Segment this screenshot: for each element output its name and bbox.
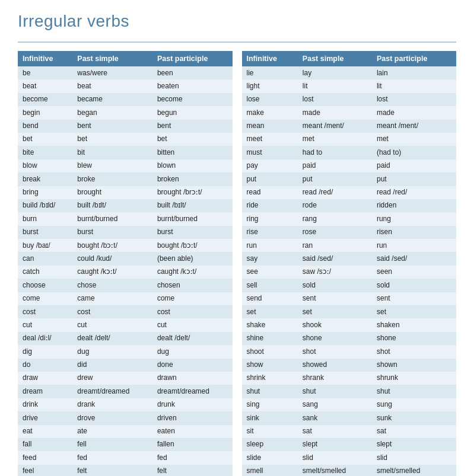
table-cell: come	[152, 292, 233, 305]
table-cell: sink	[242, 411, 298, 424]
table-cell: driven	[152, 411, 233, 424]
table-cell: met	[298, 133, 372, 146]
table-cell: dug	[152, 345, 233, 358]
table-row: rideroderidden	[242, 199, 457, 212]
table-cell: drawn	[152, 372, 233, 385]
table-cell: sold	[298, 279, 372, 292]
table-cell: put	[372, 172, 456, 186]
table-cell: shown	[372, 359, 456, 372]
table-cell: shut	[242, 385, 298, 398]
table-cell: was/were	[72, 66, 152, 79]
table-cell: bent	[152, 120, 233, 133]
table-row: lightlitlit	[242, 79, 457, 92]
table-cell: broken	[152, 172, 233, 186]
table-cell: sit	[242, 425, 298, 438]
table-cell: lose	[242, 93, 298, 106]
table-row: beginbeganbegun	[18, 106, 233, 119]
table-cell: sent	[298, 292, 372, 305]
table-row: comecamecome	[18, 292, 233, 305]
table-cell: choose	[18, 279, 72, 292]
table-row: smellsmelt/smelledsmelt/smelled	[242, 465, 457, 476]
table-row: singsangsung	[242, 398, 457, 411]
table-cell: said /sed/	[298, 252, 372, 265]
table-cell: bet	[18, 133, 72, 146]
table-cell: cost	[18, 305, 72, 318]
table-row: seesaw /sɔː/seen	[242, 266, 457, 279]
table-cell: set	[242, 305, 298, 318]
table-row: shakeshookshaken	[242, 318, 457, 331]
table-row: fallfellfallen	[18, 438, 233, 451]
table-row: readread /red/read /red/	[242, 186, 457, 199]
page-title: Irregular verbs	[18, 12, 456, 31]
table-cell: shoot	[242, 345, 298, 358]
table-cell: set	[298, 305, 372, 318]
table-row: burnburnt/burnedburnt/burned	[18, 212, 233, 225]
table-cell: felt	[152, 465, 233, 476]
table-cell: chosen	[152, 279, 233, 292]
table-cell: bend	[18, 120, 72, 133]
table-cell: sell	[242, 279, 298, 292]
table-row: loselostlost	[242, 93, 457, 106]
table-cell: shake	[242, 318, 298, 331]
table-cell: dreamt/dreamed	[72, 385, 152, 398]
table-cell: slept	[372, 438, 456, 451]
table-cell: shone	[298, 332, 372, 345]
table-cell: shrunk	[372, 372, 456, 385]
table-cell: feed	[18, 451, 72, 464]
table-cell: burnt/burned	[72, 212, 152, 225]
tables-wrapper: Infinitive Past simple Past participle b…	[18, 51, 456, 476]
table-cell: rode	[298, 199, 372, 212]
table-cell: cut	[152, 318, 233, 331]
left-table: Infinitive Past simple Past participle b…	[18, 51, 233, 476]
table-cell: chose	[72, 279, 152, 292]
table-row: build /bɪld/built /bɪlt/built /bɪlt/	[18, 199, 233, 212]
table-row: bringbroughtbrought /brɔːt/	[18, 186, 233, 199]
table-cell: shot	[372, 345, 456, 358]
left-col1-header: Infinitive	[18, 51, 72, 66]
right-table-body: lielaylainlightlitlitloselostlostmakemad…	[242, 66, 457, 476]
table-row: meetmetmet	[242, 133, 457, 146]
table-cell: seen	[372, 266, 456, 279]
table-cell: done	[152, 359, 233, 372]
table-cell: cost	[72, 305, 152, 318]
table-cell: ride	[242, 199, 298, 212]
table-row: lielaylain	[242, 66, 457, 79]
table-cell: beat	[18, 79, 72, 92]
table-row: putputput	[242, 172, 457, 186]
table-cell: bet	[72, 133, 152, 146]
table-cell: beat	[72, 79, 152, 92]
table-cell: sat	[298, 425, 372, 438]
table-cell: lost	[372, 93, 456, 106]
table-cell: had to	[298, 146, 372, 159]
right-table-header-row: Infinitive Past simple Past participle	[242, 51, 457, 66]
table-cell: draw	[18, 372, 72, 385]
table-cell: read /red/	[372, 186, 456, 199]
table-cell: run	[372, 239, 456, 252]
table-cell: built /bɪlt/	[72, 199, 152, 212]
table-cell: ridden	[372, 199, 456, 212]
table-cell: mean	[242, 120, 298, 133]
table-cell: sunk	[372, 411, 456, 424]
table-cell: sent	[372, 292, 456, 305]
left-col3-header: Past participle	[152, 51, 233, 66]
table-cell: smelt/smelled	[298, 465, 372, 476]
table-row: ringrangrung	[242, 212, 457, 225]
table-cell: meant /ment/	[298, 120, 372, 133]
table-cell: saw /sɔː/	[298, 266, 372, 279]
table-row: paypaidpaid	[242, 159, 457, 172]
table-cell: be	[18, 66, 72, 79]
table-cell: fell	[72, 438, 152, 451]
table-cell: caught /kɔːt/	[72, 266, 152, 279]
table-cell: began	[72, 106, 152, 119]
table-row: musthad to(had to)	[242, 146, 457, 159]
table-row: drivedrovedriven	[18, 411, 233, 424]
table-cell: smell	[242, 465, 298, 476]
table-row: shutshutshut	[242, 385, 457, 398]
table-cell: come	[18, 292, 72, 305]
table-cell: fall	[18, 438, 72, 451]
table-cell: run	[242, 239, 298, 252]
table-cell: dealt /delt/	[152, 332, 233, 345]
table-cell: meet	[242, 133, 298, 146]
table-cell: bring	[18, 186, 72, 199]
table-cell: beaten	[152, 79, 233, 92]
